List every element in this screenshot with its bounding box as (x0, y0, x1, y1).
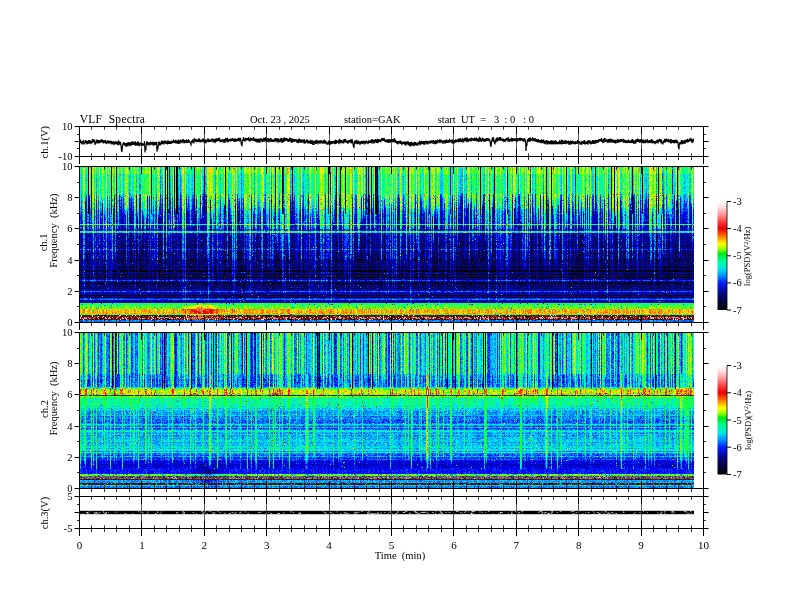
svg-text:6: 6 (451, 539, 457, 551)
svg-text:4: 4 (326, 539, 332, 551)
svg-text:-5: -5 (733, 415, 742, 426)
svg-text:0: 0 (77, 539, 83, 551)
svg-text:5: 5 (67, 491, 72, 502)
svg-text:-5: -5 (733, 250, 742, 261)
svg-text:VLF Spectra: VLF Spectra (80, 113, 146, 126)
svg-text:10: 10 (62, 327, 73, 338)
svg-text:8: 8 (67, 192, 72, 203)
svg-text:8: 8 (67, 358, 72, 369)
svg-text:2: 2 (202, 539, 208, 551)
svg-text:7: 7 (514, 539, 520, 551)
svg-text:-6: -6 (733, 277, 742, 288)
svg-text:Time (min): Time (min) (375, 550, 426, 562)
svg-text:-7: -7 (733, 469, 742, 480)
svg-text:-5: -5 (64, 523, 73, 534)
svg-text:9: 9 (638, 539, 644, 551)
svg-text:station=GAK: station=GAK (344, 114, 401, 125)
svg-text:2: 2 (67, 452, 72, 463)
svg-text:6: 6 (67, 223, 72, 234)
svg-text:-4: -4 (733, 223, 742, 234)
svg-text:ch.3(V): ch.3(V) (39, 496, 51, 529)
svg-text:4: 4 (67, 255, 73, 266)
svg-text:log(PSD)(V2/Hz): log(PSD)(V2/Hz) (743, 227, 753, 286)
svg-text:3: 3 (264, 539, 270, 551)
svg-text:10: 10 (698, 539, 710, 551)
svg-text:-6: -6 (733, 442, 742, 453)
svg-text:-3: -3 (733, 360, 742, 371)
svg-text:Frequency (kHz): Frequency (kHz) (48, 193, 60, 268)
svg-text:start UT = 3 : 0 : 0: start UT = 3 : 0 : 0 (438, 114, 534, 125)
svg-text:1: 1 (139, 539, 145, 551)
svg-text:10: 10 (62, 121, 73, 132)
svg-text:Oct. 23 , 2025: Oct. 23 , 2025 (250, 114, 310, 125)
svg-text:8: 8 (576, 539, 582, 551)
svg-text:-3: -3 (733, 196, 742, 207)
svg-text:-4: -4 (733, 387, 742, 398)
svg-text:ch.1(V): ch.1(V) (39, 126, 51, 159)
svg-text:Frequency (kHz): Frequency (kHz) (48, 361, 60, 436)
svg-text:2: 2 (67, 286, 72, 297)
svg-text:-7: -7 (733, 305, 742, 316)
svg-text:4: 4 (67, 421, 73, 432)
svg-text:6: 6 (67, 389, 72, 400)
svg-text:log(PSD)(V2/Hz): log(PSD)(V2/Hz) (743, 391, 753, 450)
svg-text:10: 10 (62, 161, 73, 172)
